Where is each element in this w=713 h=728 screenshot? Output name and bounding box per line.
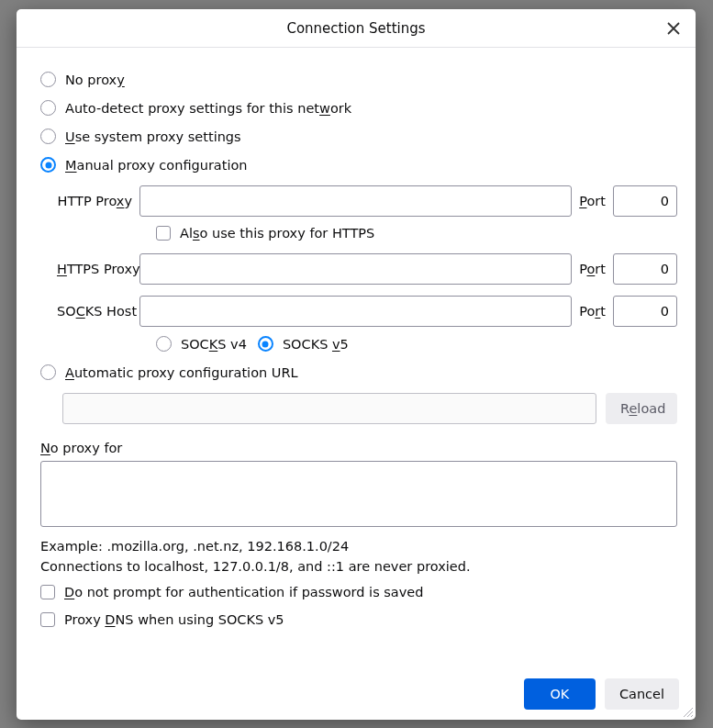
- no-prompt-checkbox[interactable]: [40, 585, 55, 599]
- https-proxy-row: HTTPS Proxy Port: [40, 253, 677, 285]
- socks-v4-radio[interactable]: [156, 336, 172, 352]
- https-proxy-input[interactable]: [139, 253, 572, 285]
- socks-port-label: Port: [572, 304, 613, 319]
- auto-url-label[interactable]: Automatic proxy configuration URL: [65, 365, 298, 380]
- close-icon: [667, 22, 680, 35]
- no-proxy-for-label: No proxy for: [40, 441, 677, 455]
- no-prompt-label[interactable]: Do not prompt for authentication if pass…: [64, 585, 423, 599]
- dialog-backdrop: Connection Settings No proxy Auto-detect…: [0, 0, 713, 728]
- close-button[interactable]: [661, 16, 686, 41]
- proxy-dns-label[interactable]: Proxy DNS when using SOCKS v5: [64, 612, 284, 627]
- socks-port-input[interactable]: [613, 296, 677, 327]
- cancel-button[interactable]: Cancel: [605, 678, 679, 710]
- http-proxy-label: HTTP Proxy: [57, 194, 139, 208]
- http-proxy-row: HTTP Proxy Port: [40, 185, 677, 217]
- dialog-content[interactable]: No proxy Auto-detect proxy settings for …: [17, 48, 696, 668]
- reload-button[interactable]: Reload: [606, 393, 677, 424]
- https-port-label: Port: [572, 262, 613, 276]
- proxy-dns-checkbox[interactable]: [40, 612, 55, 627]
- https-proxy-label: HTTPS Proxy: [57, 262, 139, 276]
- ok-button[interactable]: OK: [524, 678, 596, 710]
- socks-v5-radio[interactable]: [258, 336, 273, 352]
- socks-v5-label[interactable]: SOCKS v5: [283, 337, 349, 352]
- socks-host-input[interactable]: [139, 296, 572, 327]
- system-proxy-radio[interactable]: [40, 129, 56, 144]
- pac-url-input[interactable]: [62, 393, 596, 424]
- note-text: Connections to localhost, 127.0.0.1/8, a…: [40, 559, 677, 574]
- manual-proxy-label[interactable]: Manual proxy configuration: [65, 158, 248, 173]
- pac-row: Reload: [40, 393, 677, 424]
- socks-row: SOCKS Host Port: [40, 296, 677, 327]
- system-proxy-label[interactable]: Use system proxy settings: [65, 129, 241, 144]
- auto-url-radio[interactable]: [40, 364, 56, 380]
- http-port-label: Port: [572, 194, 613, 208]
- no-proxy-label[interactable]: No proxy: [65, 73, 125, 87]
- manual-proxy-radio[interactable]: [40, 157, 56, 173]
- https-port-input[interactable]: [613, 253, 677, 285]
- http-port-input[interactable]: [613, 185, 677, 217]
- example-text: Example: .mozilla.org, .net.nz, 192.168.…: [40, 539, 677, 554]
- also-https-label[interactable]: Also use this proxy for HTTPS: [180, 226, 374, 241]
- dialog-footer: OK Cancel: [17, 668, 696, 720]
- no-proxy-radio[interactable]: [40, 72, 56, 87]
- socks-host-label: SOCKS Host: [57, 304, 139, 319]
- titlebar: Connection Settings: [17, 9, 696, 48]
- no-proxy-for-textarea[interactable]: [40, 461, 677, 527]
- also-https-checkbox[interactable]: [156, 226, 171, 241]
- auto-detect-label[interactable]: Auto-detect proxy settings for this netw…: [65, 101, 351, 116]
- auto-detect-radio[interactable]: [40, 100, 56, 116]
- dialog-title: Connection Settings: [286, 20, 425, 37]
- connection-settings-dialog: Connection Settings No proxy Auto-detect…: [17, 9, 696, 720]
- socks-v4-label[interactable]: SOCKS v4: [181, 337, 247, 352]
- http-proxy-input[interactable]: [139, 185, 572, 217]
